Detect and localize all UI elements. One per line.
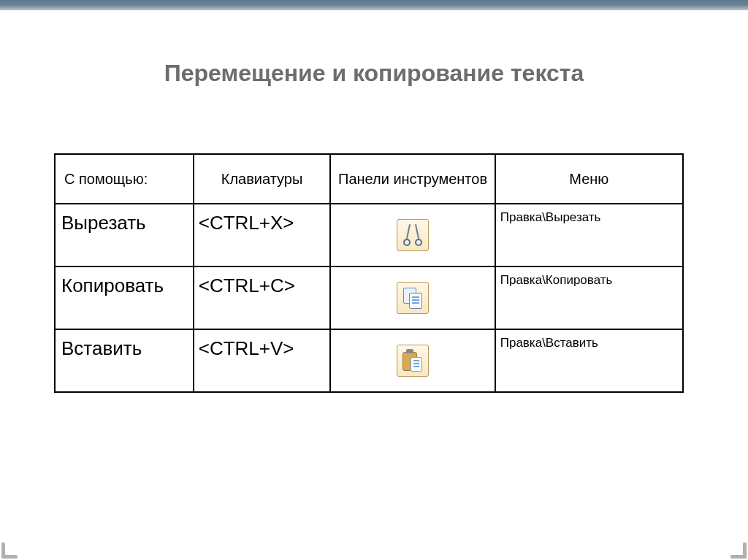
scissors-icon	[397, 219, 429, 251]
action-paste: Вставить	[55, 329, 194, 392]
table-row: Вырезать <CTRL+X> Правка\Вырезать	[55, 204, 683, 266]
table-header-row: С помощью: Клавиатуры Панели инструменто…	[55, 154, 683, 204]
shortcuts-table: С помощью: Клавиатуры Панели инструменто…	[54, 153, 684, 393]
copy-icon	[397, 282, 429, 314]
table-row: Копировать <CTRL+C> Правка\Копировать	[55, 266, 683, 329]
menu-paste: Правка\Вставить	[495, 329, 683, 392]
header-with-help: С помощью:	[55, 154, 194, 204]
menu-cut: Правка\Вырезать	[495, 204, 683, 266]
shortcut-copy: <CTRL+C>	[194, 266, 331, 329]
shortcut-cut: <CTRL+X>	[194, 204, 331, 266]
corner-decoration-bottom-left	[0, 538, 22, 560]
toolbar-icon-cell	[330, 266, 495, 329]
slide-title: Перемещение и копирование текста	[0, 60, 748, 87]
header-menu: Меню	[495, 154, 683, 204]
table-row: Вставить <CTRL+V> Правка\Вставить	[55, 329, 683, 392]
shortcut-paste: <CTRL+V>	[194, 329, 331, 392]
toolbar-icon-cell	[330, 204, 495, 266]
corner-decoration-bottom-right	[726, 538, 748, 560]
paste-icon	[397, 345, 429, 377]
action-copy: Копировать	[55, 266, 194, 329]
menu-copy: Правка\Копировать	[495, 266, 683, 329]
action-cut: Вырезать	[55, 204, 194, 266]
header-keyboard: Клавиатуры	[194, 154, 331, 204]
slide-top-border	[0, 0, 748, 10]
header-toolbar: Панели инструментов	[330, 154, 495, 204]
toolbar-icon-cell	[330, 329, 495, 392]
